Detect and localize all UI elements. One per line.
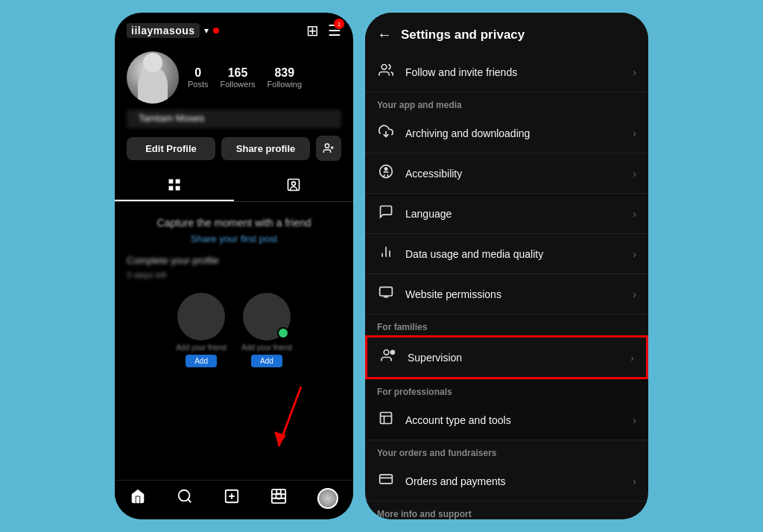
posts-label: Posts [188,80,209,89]
action-buttons: Edit Profile Share profile [115,133,353,170]
left-phone: iilaymasous ▾ ⊞ ☰ 1 0 Posts 165 Fol [115,13,353,519]
svg-point-8 [292,182,296,186]
complete-profile-text: Complete your profile [127,255,219,266]
orders-payments-left: Orders and payments [377,472,506,490]
section-header-families: For families [365,314,648,335]
follow-invite-chevron: › [633,66,636,78]
avatar [127,51,179,104]
back-button[interactable]: ← [377,26,392,43]
svg-line-12 [188,499,191,502]
svg-rect-29 [380,287,393,296]
svg-point-0 [325,144,329,148]
following-label: Following [267,80,302,89]
svg-rect-6 [176,186,180,191]
section-header-orders: Your orders and fundraisers [365,440,648,461]
account-type-chevron: › [633,414,636,426]
add-post-icon[interactable]: ⊞ [306,22,319,39]
add-person-button[interactable] [316,136,341,161]
home-nav-icon[interactable] [130,488,146,509]
data-usage-chevron: › [633,248,636,260]
username-text: iilaymasous [127,23,200,38]
website-permissions-label: Website permissions [405,288,501,300]
accessibility-chevron: › [633,168,636,180]
settings-title: Settings and privacy [401,28,525,42]
svg-rect-36 [381,413,392,424]
supervision-label: Supervision [408,352,462,364]
complete-sub-text: 3 steps left [127,270,166,279]
svg-line-9 [279,387,301,446]
suggested-row: Add your friend Add Add your friend Add [176,293,292,367]
orders-payments-item[interactable]: Orders and payments › [365,461,648,501]
supervision-item[interactable]: Supervision › [365,335,648,379]
followers-stat: 165 Followers [221,66,256,89]
website-permissions-item[interactable]: Website permissions › [365,274,648,314]
orders-payments-icon [377,472,395,490]
svg-marker-10 [274,431,286,446]
settings-panel: ← Settings and privacy Follow and invite… [365,13,648,519]
account-type-left: Account type and tools [377,411,511,429]
tab-tagged[interactable] [234,170,353,201]
posts-stat: 0 Posts [188,66,209,89]
sug-label-1: Add your friend [176,343,227,352]
language-item[interactable]: Language › [365,194,648,234]
archiving-chevron: › [633,127,636,139]
profile-section: 0 Posts 165 Followers 839 Following [115,45,353,110]
menu-icon[interactable]: ☰ 1 [328,22,341,39]
svg-rect-5 [169,186,174,191]
suggested-user-1: Add your friend Add [176,293,227,367]
account-type-icon [377,411,395,429]
search-nav-icon[interactable] [177,488,193,509]
data-usage-icon [377,244,395,263]
follow-invite-label: Follow and invite friends [405,66,517,78]
suggested-user-2: Add your friend Add [241,293,292,367]
tab-grid[interactable] [115,170,234,201]
profile-nav-avatar[interactable] [317,488,338,509]
tab-row [115,170,353,202]
chevron-down-icon[interactable]: ▾ [204,25,209,36]
website-permissions-left: Website permissions [377,285,501,303]
follow-invite-icon [377,63,395,81]
website-permissions-chevron: › [633,288,636,300]
avatar-figure [138,66,168,104]
accessibility-label: Accessibility [405,168,462,180]
archiving-icon [377,124,395,142]
data-usage-item[interactable]: Data usage and media quality › [365,234,648,274]
edit-profile-button[interactable]: Edit Profile [127,137,215,160]
sug-add-btn-1[interactable]: Add [186,355,217,367]
follow-invite-left: Follow and invite friends [377,63,517,81]
notification-badge: 1 [334,19,344,29]
svg-point-22 [382,65,387,70]
username-row: iilaymasous ▾ [127,23,219,38]
settings-list: Follow and invite friends › Your app and… [365,52,648,519]
archiving-item[interactable]: Archiving and downloading › [365,113,648,153]
section-header-app-media: Your app and media [365,92,648,113]
orders-payments-label: Orders and payments [405,475,506,487]
sug-add-btn-2[interactable]: Add [251,355,282,367]
accessibility-item[interactable]: Accessibility › [365,153,648,194]
data-usage-label: Data usage and media quality [405,248,543,260]
stats: 0 Posts 165 Followers 839 Following [188,66,341,89]
bottom-nav [115,480,353,519]
share-profile-button[interactable]: Share profile [221,137,310,160]
followers-count: 165 [228,66,248,80]
capture-text: Capture the moment with a friend [157,217,311,229]
avatar-head [143,53,162,72]
accessibility-left: Accessibility [377,164,462,183]
add-nav-icon[interactable] [224,488,240,509]
content-area: Capture the moment with a friend Share y… [115,202,353,480]
follow-invite-item[interactable]: Follow and invite friends › [365,52,648,92]
following-count: 839 [274,66,294,80]
svg-point-32 [384,350,389,355]
svg-point-11 [179,490,190,501]
svg-rect-3 [169,180,174,184]
supervision-left: Supervision [379,348,462,367]
data-usage-left: Data usage and media quality [377,244,543,263]
svg-rect-39 [380,475,393,484]
section-header-more-info: More info and support [365,501,648,519]
reels-nav-icon[interactable] [270,488,287,509]
account-type-item[interactable]: Account type and tools › [365,400,648,440]
followers-label: Followers [221,80,256,89]
link-text[interactable]: Share your first post [191,233,277,244]
supervision-chevron: › [630,352,634,364]
svg-rect-16 [272,490,285,503]
